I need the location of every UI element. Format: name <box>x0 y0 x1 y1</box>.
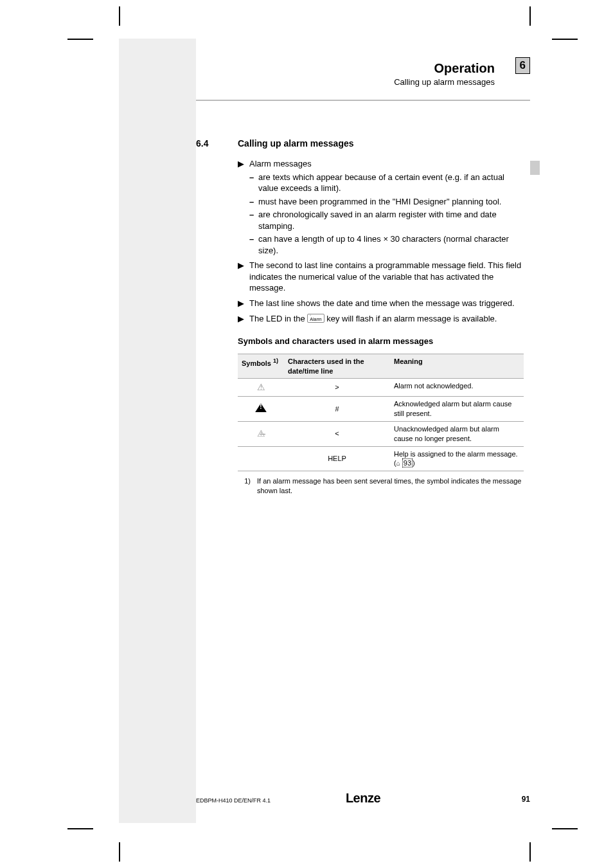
page: 6 Operation Calling up alarm messages 6.… <box>119 39 530 823</box>
cell-meaning: Alarm not acknowledged. <box>390 379 524 397</box>
cell-symbol: ⚠̶ <box>238 421 284 446</box>
warning-crossed-icon: ⚠̶ <box>257 428 265 439</box>
body-content: ▶ Alarm messages – are texts which appea… <box>238 154 524 496</box>
bullet-text: The LED in the ◦Alarm key will flash if … <box>249 313 524 325</box>
crop-mark <box>119 6 120 26</box>
cell-char: HELP <box>284 446 390 471</box>
dash-item: – are chronologically saved in an alarm … <box>249 209 524 231</box>
warning-solid-icon <box>255 403 267 412</box>
cell-char: > <box>284 379 390 397</box>
dash-text: are chronologically saved in an alarm re… <box>258 209 524 231</box>
cell-char: # <box>284 397 390 422</box>
cell-meaning: Acknowledged alarm but alarm cause still… <box>390 397 524 422</box>
cell-char: < <box>284 421 390 446</box>
table-row: ⚠̶ < Unacknowledged alarm but alarm caus… <box>238 421 524 446</box>
cell-meaning: Unacknowledged alarm but alarm cause no … <box>390 421 524 446</box>
header-title: Operation <box>196 61 495 76</box>
chapter-badge: 6 <box>515 57 530 74</box>
text-segment: The LED in the <box>249 314 307 323</box>
table-row: HELP Help is assigned to the alarm messa… <box>238 446 524 471</box>
bullet-mark: ▶ <box>238 298 249 309</box>
crop-mark <box>552 39 578 40</box>
bullet-text: The second to last line contains a progr… <box>249 260 524 294</box>
crop-mark <box>119 842 120 862</box>
dash-text: can have a length of up to 4 lines × 30 … <box>258 233 524 256</box>
th-characters: Characters used in the date/time line <box>284 354 390 379</box>
page-reference: 93 <box>402 458 413 467</box>
table-header-row: Symbols 1) Characters used in the date/t… <box>238 354 524 379</box>
symbols-table: Symbols 1) Characters used in the date/t… <box>238 354 524 472</box>
dash-item: – are texts which appear because of a ce… <box>249 172 524 194</box>
bullet-text: Alarm messages <box>249 158 524 170</box>
crop-mark <box>552 828 578 829</box>
crop-mark <box>529 842 531 862</box>
footnote: 1) If an alarm message has been sent sev… <box>238 476 524 496</box>
bullet-mark: ▶ <box>238 158 249 170</box>
left-margin <box>119 39 196 823</box>
crop-mark <box>67 39 93 40</box>
bullet-text: The last line shows the date and time wh… <box>249 298 524 309</box>
cell-meaning: Help is assigned to the alarm message. (… <box>390 446 524 471</box>
bullet-item: ▶ The LED in the ◦Alarm key will flash i… <box>238 313 524 325</box>
footnote-number: 1) <box>238 476 257 496</box>
bullet-mark: ▶ <box>238 260 249 294</box>
section-number: 6.4 <box>196 138 208 149</box>
thumb-tab <box>530 161 540 175</box>
bullet-item: ▶ The last line shows the date and time … <box>238 298 524 309</box>
book-icon: ⌂ <box>396 460 400 467</box>
header-rule <box>196 100 530 101</box>
text-segment: key will flash if an alarm message is av… <box>326 314 497 323</box>
th-meaning: Meaning <box>390 354 524 379</box>
header-subtitle: Calling up alarm messages <box>196 77 495 87</box>
dash-mark: – <box>249 172 258 194</box>
dash-mark: – <box>249 233 258 256</box>
table-row: ⚠ > Alarm not acknowledged. <box>238 379 524 397</box>
dash-text: are texts which appear because of a cert… <box>258 172 524 194</box>
page-header: 6 Operation Calling up alarm messages <box>196 61 530 87</box>
dash-item: – must have been programmed in the "HMI … <box>249 196 524 208</box>
alarm-key-icon: ◦Alarm <box>307 314 324 323</box>
cell-symbol <box>238 397 284 422</box>
crop-mark <box>67 828 93 829</box>
footer-page-number: 91 <box>522 795 530 804</box>
dash-mark: – <box>249 196 258 208</box>
dash-text: must have been programmed in the "HMI De… <box>258 196 524 208</box>
table-row: # Acknowledged alarm but alarm cause sti… <box>238 397 524 422</box>
warning-outline-icon: ⚠ <box>257 382 265 392</box>
bullet-item: ▶ Alarm messages <box>238 158 524 170</box>
crop-mark <box>529 6 531 26</box>
th-symbols: Symbols 1) <box>238 354 284 379</box>
section-title: Calling up alarm messages <box>238 138 354 149</box>
text-segment: ) <box>413 459 415 467</box>
dash-mark: – <box>249 209 258 231</box>
dash-item: – can have a length of up to 4 lines × 3… <box>249 233 524 256</box>
bullet-mark: ▶ <box>238 313 249 325</box>
footer-logo: Lenze <box>196 791 530 806</box>
cell-symbol <box>238 446 284 471</box>
bullet-item: ▶ The second to last line contains a pro… <box>238 260 524 294</box>
subheading: Symbols and characters used in alarm mes… <box>238 336 524 347</box>
cell-symbol: ⚠ <box>238 379 284 397</box>
footnote-text: If an alarm message has been sent severa… <box>257 476 524 496</box>
